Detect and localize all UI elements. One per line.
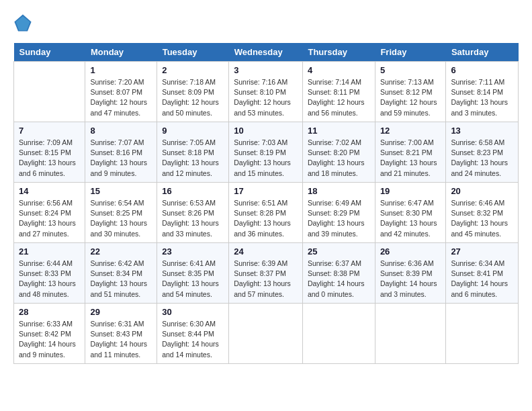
calendar-cell: 17Sunrise: 6:51 AM Sunset: 8:28 PM Dayli… (229, 183, 303, 243)
day-info: Sunrise: 7:00 AM Sunset: 8:21 PM Dayligh… (380, 138, 441, 179)
header-cell-monday: Monday (85, 43, 157, 62)
day-info: Sunrise: 7:09 AM Sunset: 8:15 PM Dayligh… (19, 138, 80, 179)
day-number: 6 (451, 65, 513, 75)
calendar-cell: 21Sunrise: 6:44 AM Sunset: 8:33 PM Dayli… (14, 243, 85, 304)
calendar-table: SundayMondayTuesdayWednesdayThursdayFrid… (13, 43, 519, 364)
day-info: Sunrise: 6:53 AM Sunset: 8:26 PM Dayligh… (162, 198, 224, 239)
calendar-cell: 8Sunrise: 7:07 AM Sunset: 8:16 PM Daylig… (85, 122, 157, 183)
day-info: Sunrise: 6:51 AM Sunset: 8:28 PM Dayligh… (234, 198, 298, 239)
day-info: Sunrise: 7:13 AM Sunset: 8:12 PM Dayligh… (380, 77, 441, 118)
day-info: Sunrise: 6:56 AM Sunset: 8:24 PM Dayligh… (19, 198, 80, 239)
header-cell-saturday: Saturday (446, 43, 519, 62)
calendar-week-1: 1Sunrise: 7:20 AM Sunset: 8:07 PM Daylig… (14, 62, 519, 122)
calendar-body: 1Sunrise: 7:20 AM Sunset: 8:07 PM Daylig… (14, 62, 519, 364)
calendar-cell: 4Sunrise: 7:14 AM Sunset: 8:11 PM Daylig… (302, 62, 375, 122)
calendar-week-5: 28Sunrise: 6:33 AM Sunset: 8:42 PM Dayli… (14, 304, 519, 364)
day-number: 15 (90, 186, 152, 196)
day-number: 29 (90, 307, 152, 317)
header-cell-tuesday: Tuesday (157, 43, 229, 62)
day-info: Sunrise: 6:39 AM Sunset: 8:37 PM Dayligh… (234, 259, 298, 300)
calendar-cell: 27Sunrise: 6:34 AM Sunset: 8:41 PM Dayli… (446, 243, 519, 304)
calendar-week-2: 7Sunrise: 7:09 AM Sunset: 8:15 PM Daylig… (14, 122, 519, 183)
day-info: Sunrise: 6:49 AM Sunset: 8:29 PM Dayligh… (308, 198, 370, 239)
day-info: Sunrise: 6:41 AM Sunset: 8:35 PM Dayligh… (162, 259, 224, 300)
calendar-cell: 12Sunrise: 7:00 AM Sunset: 8:21 PM Dayli… (375, 122, 446, 183)
day-info: Sunrise: 6:31 AM Sunset: 8:43 PM Dayligh… (90, 319, 152, 360)
header-cell-friday: Friday (375, 43, 446, 62)
day-info: Sunrise: 7:02 AM Sunset: 8:20 PM Dayligh… (308, 138, 370, 179)
day-number: 14 (19, 186, 80, 196)
calendar-cell: 30Sunrise: 6:30 AM Sunset: 8:44 PM Dayli… (157, 304, 229, 364)
logo-icon (13, 13, 32, 32)
day-number: 2 (162, 65, 224, 75)
calendar-cell: 2Sunrise: 7:18 AM Sunset: 8:09 PM Daylig… (157, 62, 229, 122)
calendar-cell (302, 304, 375, 364)
calendar-week-3: 14Sunrise: 6:56 AM Sunset: 8:24 PM Dayli… (14, 183, 519, 243)
day-info: Sunrise: 6:30 AM Sunset: 8:44 PM Dayligh… (162, 319, 224, 360)
calendar-cell: 23Sunrise: 6:41 AM Sunset: 8:35 PM Dayli… (157, 243, 229, 304)
day-info: Sunrise: 6:42 AM Sunset: 8:34 PM Dayligh… (90, 259, 152, 300)
header-row: SundayMondayTuesdayWednesdayThursdayFrid… (14, 43, 519, 62)
day-info: Sunrise: 6:36 AM Sunset: 8:39 PM Dayligh… (380, 259, 441, 300)
calendar-cell: 15Sunrise: 6:54 AM Sunset: 8:25 PM Dayli… (85, 183, 157, 243)
day-number: 22 (90, 246, 152, 257)
calendar-cell: 10Sunrise: 7:03 AM Sunset: 8:19 PM Dayli… (229, 122, 303, 183)
day-number: 11 (308, 126, 370, 136)
header-cell-wednesday: Wednesday (229, 43, 303, 62)
day-info: Sunrise: 7:16 AM Sunset: 8:10 PM Dayligh… (234, 77, 298, 118)
day-info: Sunrise: 6:37 AM Sunset: 8:38 PM Dayligh… (308, 259, 370, 300)
day-number: 30 (162, 307, 224, 317)
day-number: 27 (451, 246, 513, 257)
day-number: 25 (308, 246, 370, 257)
day-info: Sunrise: 7:20 AM Sunset: 8:07 PM Dayligh… (90, 77, 152, 118)
day-info: Sunrise: 6:46 AM Sunset: 8:32 PM Dayligh… (451, 198, 513, 239)
day-info: Sunrise: 6:34 AM Sunset: 8:41 PM Dayligh… (451, 259, 513, 300)
day-number: 23 (162, 246, 224, 257)
calendar-cell: 11Sunrise: 7:02 AM Sunset: 8:20 PM Dayli… (302, 122, 375, 183)
day-info: Sunrise: 6:47 AM Sunset: 8:30 PM Dayligh… (380, 198, 441, 239)
day-info: Sunrise: 7:14 AM Sunset: 8:11 PM Dayligh… (308, 77, 370, 118)
day-number: 24 (234, 246, 298, 257)
day-number: 19 (380, 186, 441, 196)
day-number: 21 (19, 246, 80, 257)
calendar-cell: 24Sunrise: 6:39 AM Sunset: 8:37 PM Dayli… (229, 243, 303, 304)
calendar-cell (446, 304, 519, 364)
calendar-cell: 3Sunrise: 7:16 AM Sunset: 8:10 PM Daylig… (229, 62, 303, 122)
page-header (13, 13, 519, 32)
day-number: 9 (162, 126, 224, 136)
day-info: Sunrise: 6:58 AM Sunset: 8:23 PM Dayligh… (451, 138, 513, 179)
calendar-cell (14, 62, 85, 122)
calendar-cell: 6Sunrise: 7:11 AM Sunset: 8:14 PM Daylig… (446, 62, 519, 122)
day-info: Sunrise: 7:03 AM Sunset: 8:19 PM Dayligh… (234, 138, 298, 179)
day-number: 7 (19, 126, 80, 136)
calendar-cell: 7Sunrise: 7:09 AM Sunset: 8:15 PM Daylig… (14, 122, 85, 183)
day-number: 8 (90, 126, 152, 136)
calendar-cell: 29Sunrise: 6:31 AM Sunset: 8:43 PM Dayli… (85, 304, 157, 364)
calendar-cell: 19Sunrise: 6:47 AM Sunset: 8:30 PM Dayli… (375, 183, 446, 243)
calendar-cell: 14Sunrise: 6:56 AM Sunset: 8:24 PM Dayli… (14, 183, 85, 243)
day-info: Sunrise: 6:44 AM Sunset: 8:33 PM Dayligh… (19, 259, 80, 300)
day-number: 12 (380, 126, 441, 136)
calendar-header: SundayMondayTuesdayWednesdayThursdayFrid… (14, 43, 519, 62)
calendar-cell: 9Sunrise: 7:05 AM Sunset: 8:18 PM Daylig… (157, 122, 229, 183)
calendar-cell: 26Sunrise: 6:36 AM Sunset: 8:39 PM Dayli… (375, 243, 446, 304)
day-number: 13 (451, 126, 513, 136)
header-cell-thursday: Thursday (302, 43, 375, 62)
day-number: 3 (234, 65, 298, 75)
logo (13, 13, 36, 32)
day-info: Sunrise: 6:54 AM Sunset: 8:25 PM Dayligh… (90, 198, 152, 239)
day-number: 4 (308, 65, 370, 75)
day-info: Sunrise: 7:07 AM Sunset: 8:16 PM Dayligh… (90, 138, 152, 179)
day-number: 28 (19, 307, 80, 317)
calendar-cell (229, 304, 303, 364)
calendar-cell: 5Sunrise: 7:13 AM Sunset: 8:12 PM Daylig… (375, 62, 446, 122)
day-number: 17 (234, 186, 298, 196)
day-number: 20 (451, 186, 513, 196)
calendar-week-4: 21Sunrise: 6:44 AM Sunset: 8:33 PM Dayli… (14, 243, 519, 304)
calendar-cell: 20Sunrise: 6:46 AM Sunset: 8:32 PM Dayli… (446, 183, 519, 243)
day-info: Sunrise: 6:33 AM Sunset: 8:42 PM Dayligh… (19, 319, 80, 360)
day-number: 18 (308, 186, 370, 196)
day-number: 16 (162, 186, 224, 196)
day-info: Sunrise: 7:05 AM Sunset: 8:18 PM Dayligh… (162, 138, 224, 179)
calendar-cell (375, 304, 446, 364)
